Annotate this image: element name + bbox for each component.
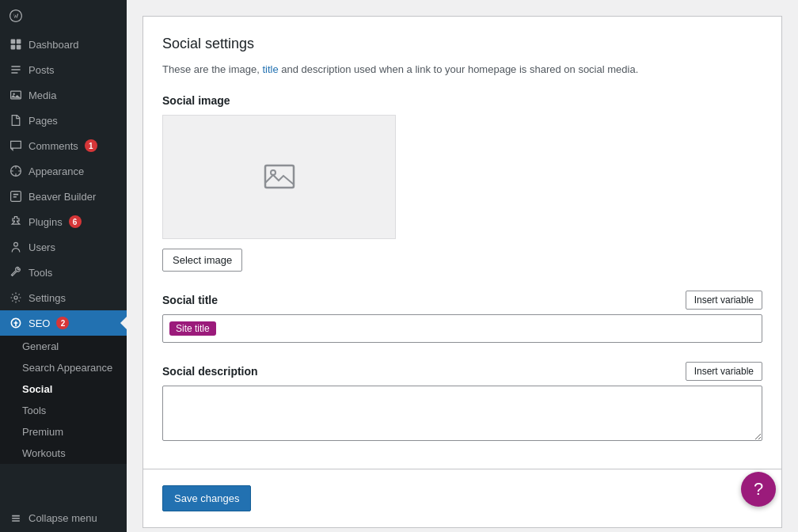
sidebar-item-label: Appearance [28,165,84,177]
insert-variable-title-button[interactable]: Insert variable [686,291,762,310]
submenu-item-tools[interactable]: Tools [0,400,127,421]
sidebar-item-users[interactable]: Users [0,234,127,260]
social-title-label: Social title [162,294,218,306]
sidebar-item-pages[interactable]: Pages [0,108,127,133]
sidebar-item-dashboard[interactable]: Dashboard [0,32,127,57]
sidebar-item-label: Tools [28,267,52,279]
section-description: These are the image, title and descripti… [162,62,762,78]
sidebar-item-settings[interactable]: Settings [0,285,127,310]
social-title-input[interactable]: Site title [162,314,762,343]
select-image-button[interactable]: Select image [162,249,242,272]
save-changes-card: Save changes [142,469,782,528]
sidebar-item-label: Pages [28,115,58,127]
sidebar-item-comments[interactable]: Comments 1 [0,133,127,158]
insert-variable-description-button[interactable]: Insert variable [686,362,762,381]
sidebar: Dashboard Posts Media Pages Comments 1 A… [0,0,127,532]
sidebar-item-label: Media [28,89,56,101]
sidebar-item-beaver-builder[interactable]: Beaver Builder [0,184,127,209]
sidebar-item-label: Comments [28,140,78,152]
social-description-row: Social description Insert variable [162,362,762,381]
seo-submenu: General Search Appearance Social Tools P… [0,336,127,464]
save-changes-button[interactable]: Save changes [162,485,251,511]
social-description-label: Social description [162,365,258,378]
sidebar-item-label: Plugins [28,216,63,228]
collapse-menu-label: Collapse menu [28,512,97,524]
sidebar-item-label: Beaver Builder [28,191,96,203]
svg-point-8 [14,242,18,246]
active-indicator [120,317,127,329]
site-title-tag[interactable]: Site title [169,321,216,336]
main-content: Social settings These are the image, tit… [127,0,798,532]
social-settings-card: Social settings These are the image, tit… [142,16,782,469]
description-link[interactable]: title [262,63,278,75]
sidebar-item-posts[interactable]: Posts [0,57,127,82]
sidebar-item-label: Dashboard [28,39,79,51]
sidebar-item-media[interactable]: Media [0,82,127,108]
social-image-label: Social image [162,94,762,107]
submenu-item-premium[interactable]: Premium [0,421,127,443]
comments-badge: 1 [85,139,97,152]
sidebar-item-label: Users [28,241,55,253]
social-title-row: Social title Insert variable [162,291,762,310]
svg-rect-2 [11,45,16,50]
submenu-item-social[interactable]: Social [0,378,127,400]
svg-rect-3 [17,45,21,50]
submenu-item-search-appearance[interactable]: Search Appearance [0,357,127,378]
svg-point-5 [13,93,14,95]
sidebar-item-label: Posts [28,64,55,76]
submenu-item-general[interactable]: General [0,336,127,357]
svg-rect-1 [17,40,21,44]
svg-rect-10 [265,165,294,188]
section-title: Social settings [162,36,762,52]
sidebar-item-label: SEO [28,317,50,329]
seo-badge: 2 [56,317,69,329]
sidebar-item-tools[interactable]: Tools [0,260,127,285]
svg-rect-0 [11,40,16,44]
social-description-textarea[interactable] [162,386,762,441]
submenu-item-workouts[interactable]: Workouts [0,443,127,464]
help-button[interactable]: ? [741,472,776,507]
svg-point-9 [14,296,17,299]
sidebar-item-appearance[interactable]: Appearance [0,158,127,184]
sidebar-item-label: Settings [28,292,66,304]
wp-logo [0,0,127,32]
collapse-menu[interactable]: Collapse menu [0,504,127,532]
plugins-badge: 6 [69,215,82,228]
social-image-placeholder [162,115,396,239]
sidebar-item-seo[interactable]: SEO 2 [0,310,127,336]
sidebar-item-plugins[interactable]: Plugins 6 [0,209,127,234]
